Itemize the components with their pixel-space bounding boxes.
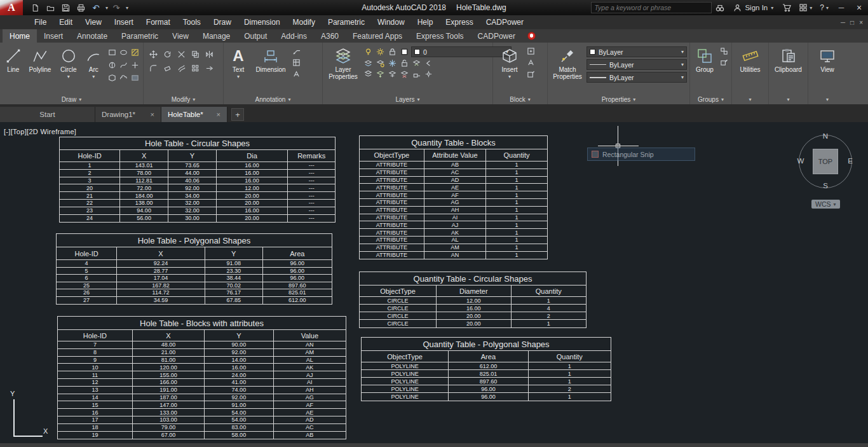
infocenter-search[interactable]	[591, 2, 712, 13]
ungroup-icon[interactable]	[719, 46, 729, 56]
close-tab-icon[interactable]: ×	[151, 111, 154, 118]
view-panel-label[interactable]: ▾	[808, 95, 846, 104]
stretch-icon[interactable]	[204, 64, 214, 73]
file-tab-start[interactable]: Start	[0, 107, 95, 122]
offset-icon[interactable]	[176, 64, 186, 73]
ribbon-tab-parametric[interactable]: Parametric	[114, 29, 165, 43]
annotation-panel-label[interactable]: Annotation▾	[224, 95, 322, 104]
menu-item-insert[interactable]: Insert	[108, 15, 140, 29]
viewcube-west[interactable]: W	[796, 157, 805, 165]
ribbon-tab-output[interactable]: Output	[237, 29, 274, 43]
doc-restore-icon[interactable]: □	[850, 19, 854, 26]
menu-item-express[interactable]: Express	[439, 15, 479, 29]
polyline-button[interactable]: Polyline	[26, 45, 55, 93]
copy-icon[interactable]	[190, 50, 200, 59]
clipboard-panel-label[interactable]: ▾	[769, 95, 808, 104]
circle-button[interactable]: Circle ▾	[56, 45, 81, 93]
viewport-controls[interactable]: [-][Top][2D Wireframe]	[4, 128, 76, 135]
redo-icon[interactable]: ↷	[109, 1, 123, 14]
table-icon[interactable]	[291, 58, 301, 67]
revision-cloud-icon[interactable]	[118, 73, 128, 83]
ribbon-tab-annotate[interactable]: Annotate	[70, 29, 114, 43]
array-icon[interactable]	[190, 64, 200, 73]
menu-item-cadpower[interactable]: CADPower	[480, 15, 530, 29]
menu-item-tools[interactable]: Tools	[177, 15, 207, 29]
viewcube-top-face[interactable]: TOP	[813, 149, 838, 174]
plot-icon[interactable]	[74, 1, 88, 14]
point-icon[interactable]	[130, 60, 140, 70]
rectangle-icon[interactable]	[107, 48, 117, 57]
layers-panel-label[interactable]: Layers▾	[323, 95, 492, 104]
ribbon-tab-cadpower[interactable]: CADPower	[471, 29, 522, 43]
menu-item-parametric[interactable]: Parametric	[322, 15, 371, 29]
menu-item-file[interactable]: File	[28, 15, 53, 29]
menu-item-dimension[interactable]: Dimension	[238, 15, 287, 29]
ribbon-tab-express-tools[interactable]: Express Tools	[409, 29, 470, 43]
menu-item-window[interactable]: Window	[371, 15, 411, 29]
layer-isolate-icon[interactable]	[375, 58, 385, 68]
layer-lock-icon[interactable]	[387, 47, 397, 57]
open-file-icon[interactable]	[43, 1, 57, 14]
lineweight-select[interactable]: ByLayer ▾	[587, 72, 687, 83]
spline-icon[interactable]	[118, 60, 128, 70]
ribbon-tab-a360[interactable]: A360	[314, 29, 346, 43]
red-circle-icon[interactable]	[527, 32, 536, 40]
rotate-icon[interactable]	[162, 50, 172, 59]
layer-off-icon[interactable]	[363, 58, 373, 68]
erase-icon[interactable]	[162, 64, 172, 73]
block-panel-label[interactable]: Block▾	[493, 95, 547, 104]
text-style-icon[interactable]	[291, 69, 301, 79]
undo-caret-icon[interactable]: ▾	[105, 5, 108, 11]
modify-panel-label[interactable]: Modify▾	[144, 94, 223, 104]
layer-freeze-icon[interactable]	[387, 58, 397, 68]
search-input[interactable]	[594, 4, 709, 11]
circle-2p-icon[interactable]	[107, 60, 117, 70]
doc-close-icon[interactable]: ×	[859, 19, 863, 26]
ribbon-tab-add-ins[interactable]: Add-ins	[274, 29, 314, 43]
layer-prev-icon[interactable]	[423, 58, 433, 68]
insert-button[interactable]: Insert ▾	[496, 45, 524, 93]
mirror-icon[interactable]	[204, 50, 214, 59]
properties-panel-label[interactable]: Properties▾	[548, 95, 689, 104]
ribbon-tab-featured-apps[interactable]: Featured Apps	[346, 29, 409, 43]
layer-lockfade-icon[interactable]	[411, 69, 421, 79]
save-icon[interactable]	[58, 1, 72, 14]
group-button[interactable]: Group	[693, 45, 717, 93]
ribbon-tab-view[interactable]: View	[165, 29, 196, 43]
app-store-icon[interactable]: ▾	[795, 0, 816, 15]
close-button[interactable]: ×	[850, 0, 868, 15]
hatch-icon[interactable]	[130, 48, 140, 57]
cad-table-hole-blocks[interactable]: Hole Table - Blocks with attributesHole-…	[57, 316, 346, 439]
move-icon[interactable]	[148, 50, 158, 59]
block-editor-icon[interactable]	[526, 69, 536, 79]
layer-unlock-icon[interactable]	[399, 58, 409, 68]
group-edit-icon[interactable]	[719, 58, 729, 67]
qat-customize-icon[interactable]: ▾	[126, 5, 128, 11]
linetype-select[interactable]: ByLayer ▾	[587, 59, 687, 70]
layer-properties-button[interactable]: Layer Properties	[325, 45, 361, 93]
layer-current-icon[interactable]	[375, 69, 385, 79]
cad-table-qty-circular[interactable]: Quantity Table - Circular ShapesObjectTy…	[359, 272, 587, 328]
view-button[interactable]: View	[811, 45, 844, 93]
layer-merge-icon[interactable]	[387, 69, 397, 79]
viewcube-north[interactable]: N	[821, 132, 830, 140]
cad-table-hole-polygonal[interactable]: Hole Table - Polygonal ShapesHole-IDXYAr…	[56, 233, 332, 305]
viewcube[interactable]: N W E S TOP	[796, 132, 855, 191]
create-block-icon[interactable]	[526, 46, 536, 56]
wcs-dropdown[interactable]: WCS ▾	[811, 200, 840, 209]
close-tab-icon[interactable]: ×	[217, 111, 220, 118]
viewcube-east[interactable]: E	[846, 157, 855, 165]
ribbon-tab-insert[interactable]: Insert	[37, 29, 70, 43]
model-space[interactable]: [-][Top][2D Wireframe] Rectangular Snip …	[0, 122, 868, 443]
layer-settings-icon[interactable]	[423, 69, 433, 79]
utilities-button[interactable]: Utilities	[735, 45, 766, 93]
paste-button[interactable]: Clipboard	[771, 45, 805, 93]
layer-walk-icon[interactable]	[363, 69, 373, 79]
region-icon[interactable]	[107, 73, 117, 83]
layer-delete-icon[interactable]	[399, 69, 409, 79]
object-color-select[interactable]: ByLayer ▾	[587, 46, 687, 57]
edit-attribute-icon[interactable]	[526, 58, 536, 67]
layer-bulb-icon[interactable]	[363, 47, 373, 57]
doc-minimize-icon[interactable]: ─	[841, 19, 845, 26]
menu-item-view[interactable]: View	[79, 15, 108, 29]
